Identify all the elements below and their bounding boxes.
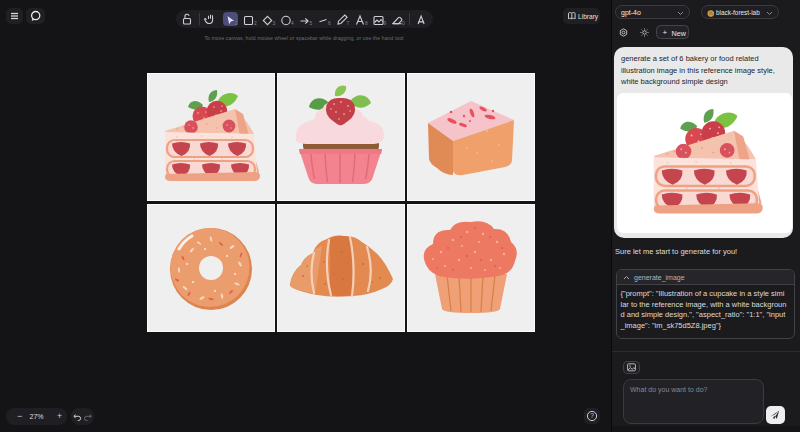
svg-text:9: 9 (384, 21, 387, 26)
svg-text:7: 7 (347, 21, 350, 26)
svg-text:8: 8 (365, 21, 368, 26)
svg-text:6: 6 (328, 21, 331, 26)
svg-text:0: 0 (402, 21, 405, 26)
svg-text:1: 1 (235, 21, 238, 26)
svg-text:?: ? (590, 412, 594, 419)
svg-text:5: 5 (310, 21, 313, 26)
svg-text:2: 2 (254, 21, 257, 26)
svg-text:4: 4 (291, 21, 294, 26)
svg-text:3: 3 (273, 21, 276, 26)
